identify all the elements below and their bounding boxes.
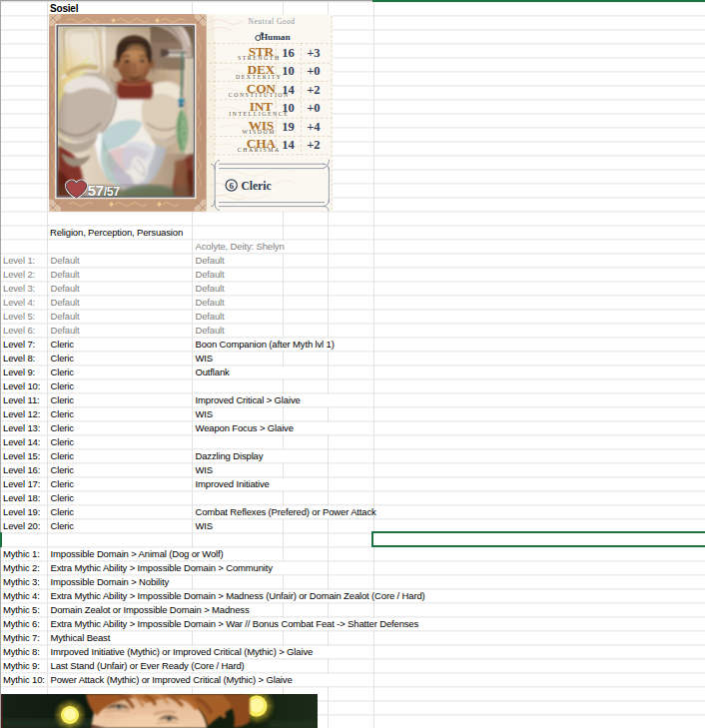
svg-text:+3: +3 <box>307 46 320 60</box>
svg-text:6: 6 <box>229 181 234 191</box>
svg-text:16: 16 <box>282 46 295 60</box>
svg-text:CONSTITUTION: CONSTITUTION <box>228 92 289 98</box>
svg-text:CHARISMA: CHARISMA <box>237 147 280 153</box>
svg-text:14: 14 <box>282 83 295 97</box>
svg-text:19: 19 <box>282 120 295 134</box>
svg-text:10: 10 <box>282 64 295 78</box>
svg-text:10: 10 <box>282 101 295 115</box>
svg-text:+0: +0 <box>307 101 320 115</box>
svg-text:+2: +2 <box>307 138 320 152</box>
svg-text:+4: +4 <box>307 120 321 134</box>
svg-text:Cleric: Cleric <box>241 180 271 192</box>
svg-text:INTELLIGENCE: INTELLIGENCE <box>229 111 289 117</box>
svg-text:Neutral Good: Neutral Good <box>248 17 295 26</box>
svg-text:STRENGTH: STRENGTH <box>237 55 280 61</box>
svg-text:57/57: 57/57 <box>87 182 120 199</box>
svg-text:14: 14 <box>282 138 295 152</box>
svg-text:WISDOM: WISDOM <box>242 129 275 135</box>
svg-text:+0: +0 <box>307 64 320 78</box>
svg-text:+2: +2 <box>307 83 320 97</box>
svg-text:DEXTERITY: DEXTERITY <box>236 74 282 80</box>
svg-text:Human: Human <box>260 32 290 42</box>
